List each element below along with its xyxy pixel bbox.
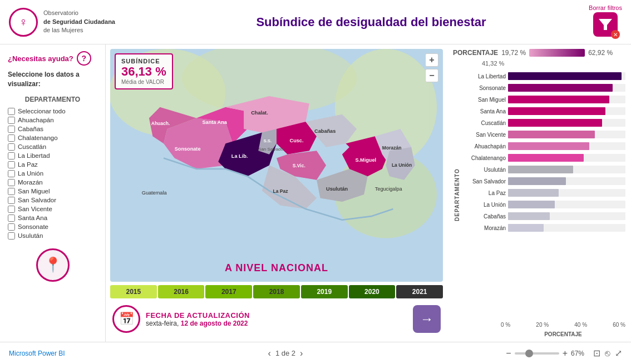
prev-page-button[interactable]: ‹ (268, 348, 271, 358)
map-nacional-label: A NIVEL NACIONAL (225, 262, 328, 274)
checkbox-sonsonate[interactable]: Sonsonate (8, 223, 97, 231)
table-row: Usulután (460, 164, 625, 174)
year-tab-2020[interactable]: 2020 (349, 285, 396, 298)
bar-label: Cabañas (460, 213, 506, 220)
logo-area: ♀ Observatorio de Seguridad Ciudadana de… (9, 8, 120, 37)
next-arrow-button[interactable]: → (413, 305, 441, 333)
checkbox-cabanas[interactable]: Cabañas (8, 126, 97, 133)
checkbox-la-paz[interactable]: La Paz (8, 161, 97, 168)
bar-label: Morazán (460, 225, 506, 231)
checkbox-input-chalatenango[interactable] (8, 134, 15, 142)
checkbox-input-san-salvador[interactable] (8, 197, 15, 204)
year-tab-2021[interactable]: 2021 (396, 285, 443, 298)
location-icon: 📍 (36, 248, 70, 282)
x-axis: 0 % 20 % 40 % 60 % (453, 322, 625, 328)
checkbox-input-santa-ana[interactable] (8, 215, 15, 222)
checkbox-morazan[interactable]: Morazán (8, 179, 97, 186)
right-panel: PORCENTAJE 19,72 % 62,92 % 41,32 % DEPAR… (447, 44, 631, 342)
zoom-in-button[interactable]: + (425, 53, 438, 67)
next-page-button[interactable]: › (300, 348, 303, 358)
fullscreen-icon[interactable]: ⤢ (615, 348, 622, 358)
year-tab-2018[interactable]: 2018 (253, 285, 300, 298)
zoom-plus-label[interactable]: + (563, 348, 568, 358)
svg-text:Cusc.: Cusc. (290, 138, 304, 143)
year-tab-2019[interactable]: 2019 (301, 285, 348, 298)
bar-label: Santa Ana (460, 108, 506, 114)
map-zoom-buttons: + − (425, 53, 438, 82)
checkbox-input-usulutan[interactable] (8, 232, 15, 240)
table-row: La Libertad (460, 71, 625, 81)
year-tab-2016[interactable]: 2016 (158, 285, 205, 298)
help-text: ¿Necesitas ayuda? (8, 54, 73, 63)
table-row: Cabañas (460, 211, 625, 221)
checkbox-input-sonsonate[interactable] (8, 223, 15, 231)
zoom-out-button[interactable]: − (425, 69, 438, 82)
content-area: ¿Necesitas ayuda? ? Seleccione los datos… (0, 44, 631, 342)
bar-track (508, 107, 625, 115)
bar-fill (508, 131, 595, 138)
bar-track (508, 154, 625, 162)
powerbi-link[interactable]: Microsoft Power BI (9, 350, 65, 357)
checkbox-la-union[interactable]: La Unión (8, 170, 97, 177)
checkbox-input-ahuachapan[interactable] (8, 117, 15, 124)
checkbox-san-miguel[interactable]: San Miguel (8, 188, 97, 195)
checkbox-input-cabanas[interactable] (8, 126, 15, 133)
fit-screen-icon[interactable]: ⊡ (593, 348, 600, 358)
help-button[interactable]: ? (77, 51, 91, 66)
checkbox-santa-ana[interactable]: Santa Ana (8, 215, 97, 222)
table-row: Morazán (460, 223, 625, 233)
checkbox-san-vicente[interactable]: San Vicente (8, 206, 97, 213)
checkbox-chalatenango[interactable]: Chalatenango (8, 134, 97, 142)
checkbox-input-la-union[interactable] (8, 170, 15, 177)
checkbox-input-morazan[interactable] (8, 179, 15, 186)
logo-icon: ♀ (9, 8, 38, 37)
checkbox-cuscatlan[interactable]: Cuscatlán (8, 143, 97, 151)
bar-fill (508, 119, 602, 127)
checkbox-input-cuscatlan[interactable] (8, 143, 15, 151)
clear-filters-button[interactable]: ✕ (593, 12, 618, 37)
update-area: 📅 FECHA DE ACTUALIZACIÓN sexta-feira, 12… (110, 301, 443, 337)
checkbox-input-san-miguel[interactable] (8, 188, 15, 195)
bar-track (508, 72, 625, 80)
bar-label: Usulután (460, 167, 506, 173)
checkbox-list: Seleccionar todo Ahuachapán Cabañas Chal… (8, 108, 97, 240)
bar-track (508, 96, 625, 103)
zoom-minus-label[interactable]: − (506, 348, 511, 358)
svg-text:S.Miguel: S.Miguel (355, 157, 376, 163)
checkbox-seleccionar-todo[interactable]: Seleccionar todo (8, 108, 97, 115)
table-row: La Paz (460, 188, 625, 198)
svg-text:Ahuach.: Ahuach. (151, 121, 170, 126)
table-row: Chalatenango (460, 153, 625, 163)
checkbox-input-la-paz[interactable] (8, 161, 15, 168)
filter-area: Borrar filtros ✕ (589, 4, 622, 37)
bar-label: San Miguel (460, 97, 506, 103)
svg-text:Tegucigalpa: Tegucigalpa (375, 186, 403, 192)
svg-text:San Salvador: San Salvador (258, 147, 284, 152)
pct-min: 19,72 % (501, 49, 526, 57)
checkbox-san-salvador[interactable]: San Salvador (8, 197, 97, 204)
bottom-bar: Microsoft Power BI ‹ 1 de 2 › − + 67% ⊡ … (0, 342, 631, 364)
checkbox-input-la-libertad[interactable] (8, 152, 15, 159)
year-tab-2017[interactable]: 2017 (205, 285, 252, 298)
bar-track (508, 84, 625, 92)
next-page-arrow[interactable]: → (413, 305, 441, 333)
checkbox-input-seleccionar-todo[interactable] (8, 108, 15, 115)
table-row: San Salvador (460, 176, 625, 186)
bar-fill (508, 142, 589, 150)
bar-chart: La LibertadSonsonateSan MiguelSanta AnaC… (460, 71, 625, 318)
pct-avg: 41,32 % (453, 60, 625, 67)
year-tab-2015[interactable]: 2015 (110, 285, 157, 298)
bar-track (508, 119, 625, 127)
funnel-icon (598, 17, 613, 32)
bar-fill (508, 212, 550, 220)
filter-label: Borrar filtros (589, 4, 622, 11)
bar-label: Sonsonate (460, 85, 506, 91)
share-icon[interactable]: ⎋ (605, 348, 610, 358)
checkbox-input-san-vicente[interactable] (8, 206, 15, 213)
table-row: La Unión (460, 200, 625, 210)
bar-fill (508, 154, 584, 162)
checkbox-usulutan[interactable]: Usulután (8, 232, 97, 240)
checkbox-ahuachapan[interactable]: Ahuachapán (8, 117, 97, 124)
zoom-slider[interactable] (515, 352, 559, 355)
checkbox-la-libertad[interactable]: La Libertad (8, 152, 97, 159)
